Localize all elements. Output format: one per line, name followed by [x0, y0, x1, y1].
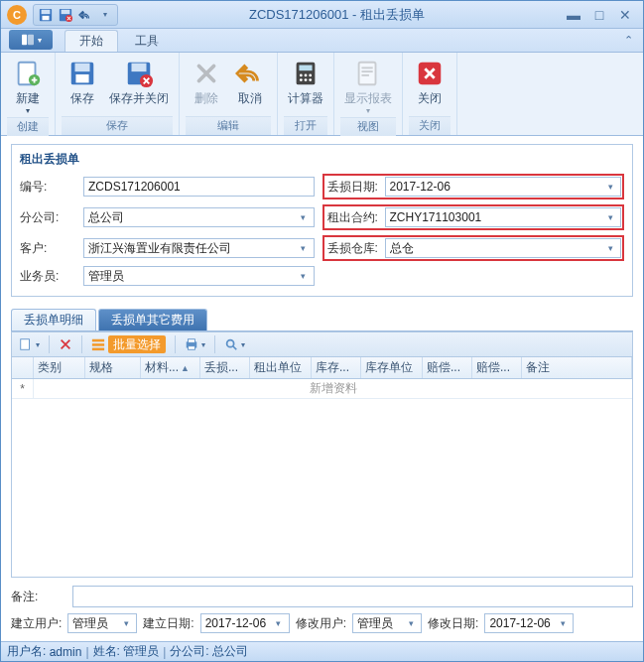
save-close-button[interactable]: 保存并关闭	[105, 56, 173, 107]
tab-other-fee[interactable]: 丢损单其它费用	[98, 309, 207, 331]
svg-point-36	[227, 340, 234, 347]
new-document-icon	[12, 58, 44, 89]
ribbon-group-close: 关闭 关闭	[403, 53, 457, 135]
new-row-indicator: *	[12, 379, 34, 398]
svg-rect-30	[92, 339, 104, 342]
col-rent-unit[interactable]: 租出单位	[250, 357, 312, 378]
field-customer[interactable]: 浙江兴海置业有限责任公司▾	[83, 238, 315, 258]
chevron-down-icon[interactable]: ▾	[298, 212, 310, 222]
label-create-date: 建立日期:	[143, 615, 193, 632]
col-comp1[interactable]: 赔偿...	[423, 357, 472, 378]
chevron-down-icon[interactable]: ▾	[604, 243, 616, 253]
toolbar-delete-button[interactable]	[56, 334, 75, 354]
col-stock-unit[interactable]: 库存单位	[361, 357, 423, 378]
status-branch-value: 总公司	[212, 643, 248, 660]
svg-point-21	[300, 78, 303, 81]
grid-toolbar: ▾ 批量选择 ▾ ▾	[11, 331, 633, 357]
col-loss[interactable]: 丢损...	[200, 357, 250, 378]
svg-point-19	[305, 73, 308, 76]
app-menu-button[interactable]: ▾	[9, 30, 53, 50]
svg-rect-6	[22, 35, 27, 45]
col-material[interactable]: 材料...▲	[141, 357, 200, 378]
save-icon	[66, 58, 98, 89]
qat-save-icon[interactable]	[38, 7, 54, 23]
qat-undo-icon[interactable]	[77, 7, 93, 23]
tab-detail[interactable]: 丢损单明细	[11, 309, 96, 331]
show-report-button: 显示报表 ▾	[340, 56, 396, 117]
close-window-button[interactable]: ✕	[617, 7, 633, 23]
svg-rect-4	[62, 9, 70, 13]
app-icon: C	[7, 5, 27, 25]
minimize-button[interactable]: ▬	[566, 7, 581, 23]
svg-rect-27	[361, 74, 369, 76]
toolbar-batch-button[interactable]: 批量选择	[88, 334, 169, 354]
highlight-date: 丢损日期: 2017-12-06▾	[322, 174, 625, 199]
qat-save-close-icon[interactable]	[58, 7, 73, 23]
field-contract[interactable]: ZCHY171103001▾	[385, 207, 622, 227]
field-date[interactable]: 2017-12-06▾	[385, 177, 622, 197]
field-remark[interactable]	[72, 586, 633, 607]
label-no: 编号:	[20, 179, 75, 196]
field-modify-date[interactable]: 2017-12-06▾	[484, 613, 574, 633]
label-contract: 租出合约:	[325, 209, 381, 226]
report-icon	[352, 58, 384, 89]
field-warehouse[interactable]: 总仓▾	[385, 238, 622, 258]
status-name-value: 管理员	[123, 643, 159, 660]
remark-row: 备注:	[11, 586, 633, 607]
close-button[interactable]: 关闭	[409, 56, 451, 107]
save-button[interactable]: 保存	[62, 56, 103, 107]
highlight-warehouse: 丢损仓库: 总仓▾	[322, 235, 625, 261]
col-category[interactable]: 类别	[34, 357, 85, 378]
qat-dropdown-icon[interactable]: ▾	[97, 7, 113, 23]
svg-rect-24	[359, 63, 376, 85]
ribbon-tab-start[interactable]: 开始	[64, 30, 118, 52]
field-branch[interactable]: 总公司▾	[83, 207, 315, 227]
content-area: 租出丢损单 编号: ZCDS171206001 丢损日期: 2017-12-06…	[1, 136, 643, 641]
toolbar-preview-button[interactable]: ▾	[221, 334, 248, 354]
ribbon-collapse-icon[interactable]: ⌃	[614, 34, 643, 47]
svg-rect-7	[28, 35, 34, 45]
chevron-down-icon[interactable]: ▾	[298, 243, 310, 253]
grid-header: 类别 规格 材料...▲ 丢损... 租出单位 库存... 库存单位 赔偿...…	[11, 357, 633, 379]
grid-corner	[12, 357, 34, 378]
grid-add-row[interactable]: * 新增资料	[12, 379, 632, 399]
status-branch-label: 分公司:	[170, 643, 208, 660]
field-create-date[interactable]: 2017-12-06▾	[200, 613, 290, 633]
chevron-down-icon[interactable]: ▾	[604, 212, 616, 222]
col-spec[interactable]: 规格	[85, 357, 141, 378]
svg-rect-1	[42, 9, 51, 13]
label-date: 丢损日期:	[325, 179, 381, 196]
svg-rect-11	[75, 64, 90, 71]
list-icon	[91, 337, 105, 351]
status-user-value: admin	[50, 645, 82, 659]
field-modify-user[interactable]: 管理员▾	[352, 613, 422, 633]
svg-rect-12	[75, 74, 88, 82]
svg-rect-2	[43, 15, 50, 19]
ribbon-tab-tools[interactable]: 工具	[120, 30, 174, 52]
svg-rect-34	[189, 339, 195, 343]
ribbon: 新建 ▾ 创建 保存 保存并关闭 保存	[1, 53, 643, 136]
svg-point-20	[309, 73, 312, 76]
new-button[interactable]: 新建 ▾	[7, 56, 49, 117]
col-stock[interactable]: 库存...	[312, 357, 361, 378]
grid-body[interactable]: * 新增资料	[11, 379, 633, 578]
svg-rect-35	[189, 346, 195, 350]
maximize-button[interactable]: □	[591, 7, 607, 23]
cancel-button[interactable]: 取消	[229, 56, 271, 107]
delete-button: 删除	[186, 56, 227, 107]
field-operator[interactable]: 管理员▾	[83, 266, 315, 286]
col-comp2[interactable]: 赔偿...	[472, 357, 522, 378]
svg-rect-25	[361, 66, 372, 68]
toolbar-new-button[interactable]: ▾	[16, 334, 43, 354]
svg-point-22	[305, 78, 308, 81]
field-create-user[interactable]: 管理员▾	[67, 613, 137, 633]
detail-tabs: 丢损单明细 丢损单其它费用	[11, 309, 633, 331]
chevron-down-icon[interactable]: ▾	[298, 271, 310, 281]
chevron-down-icon[interactable]: ▾	[604, 182, 616, 192]
toolbar-print-button[interactable]: ▾	[182, 334, 208, 354]
undo-icon	[234, 58, 266, 89]
calculator-button[interactable]: 计算器	[284, 56, 327, 107]
ribbon-group-open: 计算器 打开	[278, 53, 334, 135]
field-no[interactable]: ZCDS171206001	[83, 177, 315, 197]
col-remark[interactable]: 备注	[522, 357, 632, 378]
